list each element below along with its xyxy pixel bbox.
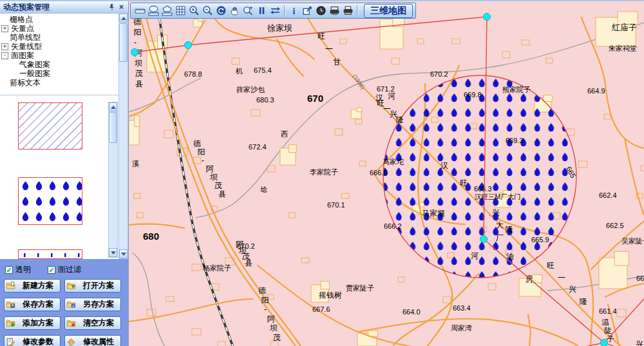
- scroll-down-arrow[interactable]: [109, 248, 117, 257]
- map-label: 664.0: [402, 308, 421, 316]
- toolbar-measure-ellipse-button[interactable]: [147, 4, 160, 17]
- map-label: 埝: [260, 186, 267, 193]
- map-label: 670.2: [430, 70, 448, 78]
- expand-icon[interactable]: +: [1, 25, 8, 32]
- folder-add-icon: [6, 319, 15, 328]
- folder-clear-icon: [66, 319, 76, 328]
- button-label: 打开方案: [78, 280, 119, 291]
- plan-area-circle[interactable]: [383, 75, 576, 278]
- blue-drops-pattern[interactable]: [18, 177, 82, 225]
- toolbar-info-button[interactable]: i: [287, 4, 301, 17]
- toolbar-pan-button[interactable]: [228, 4, 242, 17]
- tree-item-矢量线型[interactable]: +矢量线型: [0, 42, 118, 51]
- map-label: 旺一甘: [317, 32, 341, 66]
- button-打开方案[interactable]: 打开方案: [64, 279, 121, 293]
- diagonal-hatch-pattern[interactable]: [18, 102, 82, 149]
- button-添加方案[interactable]: 添加方案: [4, 316, 61, 330]
- toolbar-export-button[interactable]: [301, 4, 314, 17]
- vertex-handle[interactable]: [484, 14, 491, 21]
- expand-icon[interactable]: +: [1, 43, 8, 50]
- map3d-button[interactable]: 三维地图: [364, 4, 413, 18]
- button-新建方案[interactable]: 新建方案: [4, 279, 61, 293]
- map-label: 678.8: [184, 70, 202, 78]
- pause-icon: [256, 5, 267, 16]
- folder-saveas-icon: i: [66, 300, 76, 309]
- toolbar-previous-view-button[interactable]: [214, 4, 228, 17]
- scroll-up-arrow[interactable]: [119, 14, 128, 23]
- vertex-handle[interactable]: [601, 340, 608, 346]
- edit-params-icon: [6, 338, 15, 346]
- partial-pattern[interactable]: [18, 249, 82, 259]
- toolbar-swap-button[interactable]: [269, 4, 282, 17]
- map-label: 朱家祠堂: [609, 44, 637, 52]
- swap-icon: [270, 5, 281, 16]
- plotter-icon: [329, 5, 340, 16]
- checkbox-面过滤[interactable]: ✓面过滤: [48, 264, 81, 275]
- vertex-handle[interactable]: [480, 236, 488, 243]
- pin-icon[interactable]: [107, 3, 117, 12]
- tree-item-label: 栅格点: [10, 15, 33, 24]
- button-修改属性[interactable]: 修改属性: [64, 335, 121, 346]
- pattern-scrollbar[interactable]: [108, 102, 118, 258]
- map-label: 665.9: [531, 236, 549, 244]
- toolbar-plotter-button[interactable]: [328, 4, 341, 17]
- map-label: 670: [307, 93, 323, 104]
- toolbar-grid-button[interactable]: [174, 4, 187, 17]
- application-window: 动态预案管理 × 栅格点+矢量点简单线型+矢量线型-面图案气象图案一般图案箭标文…: [0, 0, 644, 346]
- tree-item-一般图案[interactable]: 一般图案: [0, 69, 118, 78]
- toolbar-zoom-out-button[interactable]: [201, 4, 214, 17]
- checkbox-label: 透明: [15, 264, 31, 275]
- map-label: 河: [388, 91, 395, 101]
- map-label: 河: [471, 251, 478, 260]
- scroll-up-arrow[interactable]: [109, 102, 117, 111]
- button-label: 另存方案: [78, 299, 119, 310]
- map-label: 670.1: [327, 201, 345, 209]
- map-viewport[interactable]: 徐家坝红庙子朱家祠堂678.8机675.4薛家沙包680.3670671.2汉河…: [129, 1, 644, 346]
- collapse-icon[interactable]: -: [1, 52, 8, 59]
- checkbox-box[interactable]: ✓: [48, 266, 55, 274]
- button-label: 修改属性: [78, 336, 119, 346]
- button-修改参数[interactable]: 修改参数: [4, 335, 61, 346]
- tree-item-简单线型[interactable]: 简单线型: [0, 33, 118, 42]
- tree-item-箭标文本[interactable]: 箭标文本: [0, 78, 118, 87]
- map-label: 旺: [460, 178, 468, 187]
- button-清空方案[interactable]: 清空方案: [64, 316, 121, 330]
- svg-text:i: i: [293, 6, 296, 16]
- toolbar-measure-polygon-button[interactable]: [160, 4, 174, 17]
- map-label: 徐家坝: [267, 23, 292, 33]
- map-label: 隆: [506, 225, 513, 234]
- map-label: 669.8: [464, 91, 482, 99]
- folder-save-icon: [6, 300, 15, 309]
- scroll-thumb[interactable]: [109, 112, 117, 143]
- toolbar-printer-button[interactable]: [341, 4, 355, 17]
- button-保存方案[interactable]: 保存方案: [4, 298, 61, 311]
- toolbar-clock-button[interactable]: [314, 4, 328, 17]
- checkbox-box[interactable]: ✓: [5, 266, 13, 274]
- toolbar-measure-distance-button[interactable]: [133, 4, 147, 17]
- zoom-in-icon: [189, 5, 200, 16]
- tree-item-栅格点[interactable]: 栅格点: [0, 15, 118, 24]
- scroll-down-arrow[interactable]: [119, 249, 128, 258]
- tree-item-面图案[interactable]: -面图案: [0, 51, 118, 60]
- button-label: 保存方案: [17, 299, 59, 310]
- map-label: 680.3: [256, 96, 274, 104]
- tree-item-label: 箭标文本: [10, 78, 41, 87]
- tree-item-气象图案[interactable]: 气象图案: [0, 60, 118, 69]
- plan-controls-panel: ✓透明✓面过滤 新建方案打开方案保存方案i另存方案添加方案清空方案修改参数修改属…: [0, 259, 128, 346]
- checkbox-透明[interactable]: ✓透明: [5, 264, 31, 275]
- map-label: 薛家沙包: [236, 86, 265, 93]
- map-label: 663.4: [453, 304, 471, 312]
- tree-item-矢量点[interactable]: +矢量点: [0, 24, 118, 33]
- vertex-handle[interactable]: [131, 49, 138, 56]
- panel-scrollbar[interactable]: [118, 13, 128, 259]
- toolbar-zoom-select-button[interactable]: [242, 4, 255, 17]
- scroll-thumb[interactable]: [119, 23, 128, 62]
- vertex-handle[interactable]: [185, 42, 192, 49]
- panel-title: 动态预案管理: [3, 2, 107, 13]
- close-icon[interactable]: ×: [117, 3, 126, 12]
- map-canvas[interactable]: 徐家坝红庙子朱家祠堂678.8机675.4薛家沙包680.3670671.2汉河…: [129, 1, 644, 346]
- toolbar-zoom-in-button[interactable]: [187, 4, 201, 17]
- button-另存方案[interactable]: i另存方案: [64, 298, 121, 311]
- button-label: 修改参数: [17, 336, 59, 346]
- toolbar-pause-button[interactable]: [255, 4, 269, 17]
